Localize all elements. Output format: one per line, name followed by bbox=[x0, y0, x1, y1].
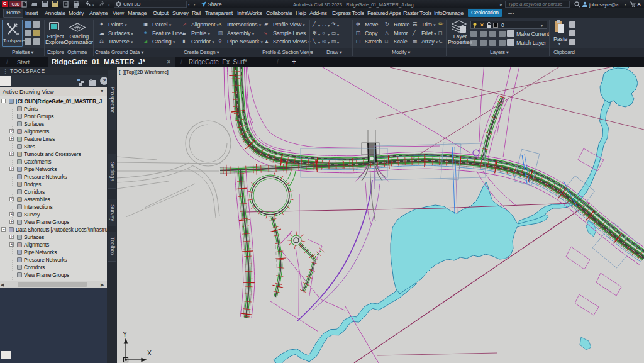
svg-text:X: X bbox=[147, 349, 152, 357]
svg-text:Y: Y bbox=[123, 330, 127, 338]
